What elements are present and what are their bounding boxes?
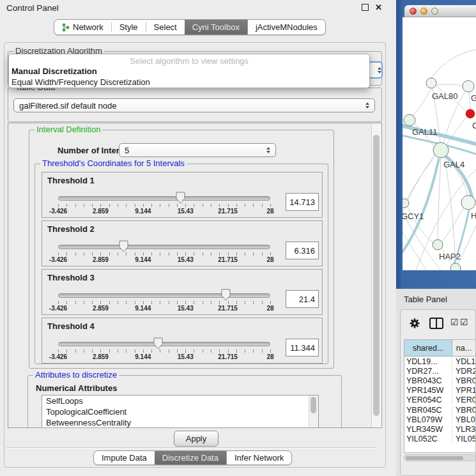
- network-node[interactable]: [426, 78, 436, 88]
- column-header-name[interactable]: na...: [452, 340, 475, 356]
- attribute-item[interactable]: TopologicalCoefficient: [42, 406, 318, 417]
- slider-handle[interactable]: [176, 192, 185, 204]
- close-icon[interactable]: ✕: [375, 4, 382, 11]
- network-node[interactable]: [466, 109, 475, 118]
- slider-handle[interactable]: [221, 289, 231, 301]
- cell-shared-name[interactable]: YLR345W: [404, 425, 452, 434]
- cell-shared-name[interactable]: YBR043C: [404, 376, 452, 385]
- table-row[interactable]: YER054CYER054C: [404, 395, 475, 405]
- close-traffic-light-icon[interactable]: [410, 8, 417, 15]
- network-window-titlebar[interactable]: [404, 5, 476, 17]
- table-row[interactable]: YDL19...YDL19: [404, 357, 475, 366]
- list-scrollbar-thumb[interactable]: [311, 397, 316, 413]
- table-row[interactable]: YDR27...YDR27: [404, 366, 475, 376]
- cell-name[interactable]: YBR045C: [452, 406, 475, 415]
- apply-button[interactable]: Apply: [174, 431, 219, 447]
- tab-select[interactable]: Select: [146, 20, 185, 35]
- network-node-label: GCY1: [403, 211, 424, 221]
- table-data-combobox[interactable]: galFiltered.sif default node: [13, 98, 375, 112]
- table-row[interactable]: YBR045CYBR045C: [404, 405, 475, 415]
- slider-track[interactable]: [58, 293, 270, 298]
- cell-shared-name[interactable]: YBR045C: [404, 406, 452, 415]
- algorithm-combobox-fragment[interactable]: [368, 61, 383, 79]
- popup-option-equal-width[interactable]: Equal Width/Frequency Discretization: [9, 77, 369, 88]
- cell-shared-name[interactable]: YER054C: [404, 395, 452, 404]
- gear-icon[interactable]: [409, 318, 420, 329]
- cell-shared-name[interactable]: YDL19...: [404, 357, 452, 366]
- tick-label: 28: [266, 256, 273, 263]
- table-row[interactable]: YBL079WYBL079W: [404, 415, 475, 424]
- tick-label: 2.859: [93, 353, 109, 360]
- number-of-intervals-combobox[interactable]: 5: [119, 143, 276, 157]
- slider-handle[interactable]: [119, 240, 128, 252]
- network-edge[interactable]: [413, 88, 431, 116]
- network-node[interactable]: [463, 81, 474, 92]
- list-scrollbar[interactable]: [309, 395, 318, 428]
- node-table[interactable]: shared... na... YDL19...YDL19YDR27...YDR…: [404, 339, 476, 453]
- popup-option-manual[interactable]: Manual Discretization: [9, 66, 369, 77]
- network-node[interactable]: [404, 114, 415, 126]
- network-node[interactable]: [461, 196, 475, 210]
- attribute-item[interactable]: BetweennessCentrality: [42, 417, 318, 428]
- network-node[interactable]: [433, 240, 443, 250]
- minimize-traffic-light-icon[interactable]: [420, 8, 427, 15]
- tab-infer-network[interactable]: Infer Network: [227, 451, 291, 464]
- cell-shared-name[interactable]: YBL079W: [404, 415, 452, 424]
- split-columns-icon[interactable]: [429, 318, 443, 329]
- network-node[interactable]: [433, 142, 449, 158]
- tab-jactivemnodules[interactable]: jActiveMNodules: [248, 20, 325, 35]
- cell-name[interactable]: YDR27: [452, 367, 475, 376]
- cell-shared-name[interactable]: YPR145W: [404, 386, 452, 395]
- slider-handle[interactable]: [153, 337, 163, 349]
- control-panel: Control Panel ✕ Network Style Select Cyn…: [0, 0, 396, 476]
- tab-cyni-toolbox[interactable]: Cyni Toolbox: [185, 20, 247, 35]
- table-row[interactable]: YPR145WYPR145W: [404, 386, 475, 395]
- table-hscrollbar[interactable]: [404, 454, 476, 461]
- tab-network[interactable]: Network: [54, 20, 111, 35]
- table-row[interactable]: YIL052CYIL052C: [404, 434, 475, 444]
- table-hscrollbar-thumb[interactable]: [406, 456, 463, 460]
- network-edge[interactable]: [438, 158, 441, 240]
- threshold-value[interactable]: 14.713: [286, 193, 319, 211]
- panel-title: Control Panel: [6, 3, 59, 13]
- slider-track[interactable]: [58, 245, 270, 249]
- settings-scrollbar[interactable]: [371, 123, 381, 427]
- float-window-icon[interactable]: [362, 4, 369, 11]
- tab-impute-data[interactable]: Impute Data: [94, 451, 155, 464]
- network-canvas[interactable]: GAL80GACGAL11GAL4GCY1HHAP2: [403, 17, 476, 270]
- cell-name[interactable]: YER054C: [452, 395, 475, 404]
- cell-shared-name[interactable]: YIL052C: [404, 434, 452, 443]
- zoom-traffic-light-icon[interactable]: [431, 8, 438, 15]
- cell-name[interactable]: YLR345W: [452, 425, 475, 434]
- cell-name[interactable]: YBL079W: [452, 415, 475, 424]
- checkbox-icon[interactable]: ☑: [460, 317, 468, 327]
- threshold-value[interactable]: 11.344: [286, 339, 319, 357]
- threshold-panel: Threshold 4-3.4262.8599.14415.4321.71528…: [42, 318, 323, 364]
- column-header-shared-name[interactable]: shared...: [404, 340, 452, 356]
- checkbox-icon[interactable]: ☑: [450, 317, 459, 327]
- network-edge[interactable]: [431, 49, 476, 78]
- slider-track[interactable]: [58, 342, 270, 346]
- interval-definition-label: Interval Definition: [35, 125, 102, 134]
- numerical-attributes-list[interactable]: SelfLoopsTopologicalCoefficientBetweenne…: [42, 395, 319, 428]
- threshold-value[interactable]: 21.4: [286, 290, 319, 308]
- settings-scrollbar-thumb[interactable]: [373, 135, 380, 416]
- table-row[interactable]: YLR345WYLR345W: [404, 424, 475, 434]
- tab-discretize-data[interactable]: Discretize Data: [155, 451, 226, 464]
- window-buttons: ✕: [362, 4, 382, 11]
- network-edge[interactable]: [469, 92, 470, 109]
- threshold-value[interactable]: 6.316: [286, 242, 319, 259]
- table-row[interactable]: YBR043CYBR043C: [404, 376, 475, 385]
- network-edge[interactable]: [445, 157, 456, 263]
- attribute-item[interactable]: SelfLoops: [42, 395, 318, 406]
- cell-name[interactable]: YBR043C: [452, 376, 475, 385]
- cell-name[interactable]: YPR145W: [452, 386, 475, 395]
- network-edge[interactable]: [437, 84, 463, 86]
- cell-name[interactable]: YIL052C: [452, 434, 475, 443]
- slider-track[interactable]: [58, 196, 270, 201]
- cell-name[interactable]: YDL19: [452, 357, 475, 366]
- tab-style[interactable]: Style: [112, 20, 146, 35]
- popup-hint: Select algorithm to view settings: [9, 54, 369, 66]
- cell-shared-name[interactable]: YDR27...: [404, 367, 452, 376]
- network-node[interactable]: [403, 199, 409, 208]
